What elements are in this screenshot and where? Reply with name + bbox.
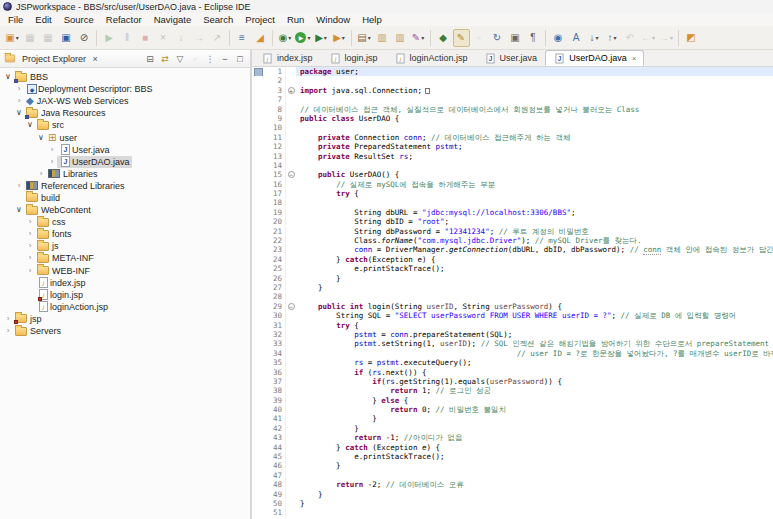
annotation-ruler[interactable] bbox=[252, 377, 264, 386]
annotation-ruler[interactable] bbox=[252, 405, 264, 414]
menu-file[interactable]: File bbox=[2, 13, 29, 26]
show-whitespace-button[interactable]: ¶ bbox=[525, 29, 542, 47]
code-text[interactable]: private Connection conn; // 데이터베이스 접근해주게… bbox=[296, 133, 773, 142]
tree-expander-icon[interactable]: › bbox=[47, 157, 57, 167]
tree-item-loginaction-jsp[interactable]: jloginAction.jsp bbox=[0, 301, 250, 313]
annotation-ruler[interactable] bbox=[252, 499, 264, 508]
annotation-ruler[interactable] bbox=[252, 490, 264, 499]
magic-wand-button[interactable]: ✎▾ bbox=[410, 29, 427, 47]
annotation-ruler[interactable] bbox=[252, 236, 264, 245]
annotation-ruler[interactable] bbox=[252, 433, 264, 442]
annotation-ruler[interactable] bbox=[252, 368, 264, 377]
annotation-ruler[interactable] bbox=[252, 424, 264, 433]
annotation-ruler[interactable] bbox=[252, 86, 264, 95]
open-element-button[interactable]: ≡ bbox=[234, 29, 251, 47]
annotation-ruler[interactable] bbox=[252, 358, 264, 367]
skip-all-breakpoints-button[interactable]: ⊘ bbox=[76, 29, 93, 47]
code-text[interactable]: public class UserDAO { bbox=[296, 114, 773, 123]
pin-editor-button[interactable]: ◩ bbox=[683, 29, 700, 47]
menu-help[interactable]: Help bbox=[356, 13, 388, 26]
code-text[interactable]: String dbURL = "jdbc:mysql://localhost:3… bbox=[296, 208, 773, 217]
tree-item-meta-inf[interactable]: ›META-INF bbox=[0, 252, 250, 264]
tree-item-libraries[interactable]: ›Libraries bbox=[0, 168, 250, 180]
code-text[interactable]: return 0; // 비밀번호 불일치 bbox=[296, 405, 773, 414]
annotation-ruler[interactable] bbox=[252, 198, 264, 207]
annotation-ruler[interactable] bbox=[252, 105, 264, 114]
tab-close-icon[interactable]: × bbox=[632, 54, 637, 63]
annotation-ruler[interactable] bbox=[252, 508, 264, 517]
profile-button[interactable]: ▶▾ bbox=[331, 29, 348, 47]
new-annotation-button[interactable]: ◆ bbox=[435, 29, 452, 47]
prev-annotation-button[interactable]: ↑▾ bbox=[604, 29, 621, 47]
code-text[interactable]: String SQL = "SELECT userPassword FROM U… bbox=[296, 311, 773, 320]
tree-item-user-java[interactable]: ›JUser.java bbox=[0, 144, 250, 156]
code-text[interactable]: return 1; // 로그인 성공 bbox=[296, 386, 773, 395]
menu-refactor[interactable]: Refactor bbox=[100, 13, 148, 26]
tab-index-jsp[interactable]: jindex.jsp bbox=[253, 50, 321, 66]
annotation-ruler[interactable] bbox=[252, 414, 264, 423]
minimize-view-button[interactable]: − bbox=[219, 54, 231, 64]
tree-item-jax-ws-web-services[interactable]: ›◆JAX-WS Web Services bbox=[0, 95, 250, 107]
tree-expander-icon[interactable]: › bbox=[25, 241, 35, 251]
tree-item-referenced-libraries[interactable]: ›Referenced Libraries bbox=[0, 180, 250, 192]
tree-item-css[interactable]: ›css bbox=[0, 216, 250, 228]
tree-item-webcontent[interactable]: ∨WebContent bbox=[0, 204, 250, 216]
link-with-editor-button[interactable]: ⇄ bbox=[159, 54, 171, 64]
new-wizard-button[interactable]: ▣▾ bbox=[4, 29, 21, 47]
tab-userdao-java[interactable]: JUserDAO.java× bbox=[545, 50, 644, 66]
annotation-ruler[interactable] bbox=[252, 396, 264, 405]
code-text[interactable]: public UserDAO() { bbox=[296, 170, 773, 179]
annotation-ruler[interactable] bbox=[252, 311, 264, 320]
debug-button[interactable]: ◉▾ bbox=[277, 29, 294, 47]
annotation-ruler[interactable] bbox=[252, 302, 264, 311]
tree-expander-icon[interactable]: ∨ bbox=[25, 120, 35, 130]
tree-item-bbs[interactable]: ∨BBS bbox=[0, 71, 250, 83]
annotation-ruler[interactable] bbox=[252, 142, 264, 151]
code-text[interactable]: } bbox=[296, 414, 773, 423]
annotation-ruler[interactable] bbox=[252, 471, 264, 480]
annotation-ruler[interactable] bbox=[252, 461, 264, 470]
tree-item-fonts[interactable]: ›fonts bbox=[0, 228, 250, 240]
tree-expander-icon[interactable]: › bbox=[3, 314, 13, 324]
tab-user-java[interactable]: JUser.java bbox=[476, 50, 546, 66]
tree-item-src[interactable]: ∨src bbox=[0, 119, 250, 131]
code-text[interactable]: public int login(String userID, String u… bbox=[296, 302, 773, 311]
code-text[interactable]: e.printStackTrace(); bbox=[296, 452, 773, 461]
annotation-ruler[interactable] bbox=[252, 255, 264, 264]
annotation-ruler[interactable] bbox=[252, 208, 264, 217]
annotation-ruler[interactable] bbox=[252, 95, 264, 104]
code-text[interactable]: // 데이터베이스 접근 객체, 실질적으로 데이터베이스에서 회원정보를 넣거… bbox=[296, 105, 773, 114]
code-text[interactable]: rs = pstmt.executeQuery(); bbox=[296, 358, 773, 367]
code-text[interactable] bbox=[296, 123, 773, 132]
code-text[interactable]: } bbox=[296, 274, 773, 283]
annotation-ruler[interactable] bbox=[252, 283, 264, 292]
annotation-ruler[interactable] bbox=[252, 161, 264, 170]
fold-collapse-icon[interactable]: − bbox=[288, 303, 295, 310]
code-text[interactable]: if (rs.next()) { bbox=[296, 368, 773, 377]
annotation-ruler[interactable] bbox=[252, 133, 264, 142]
maximize-view-button[interactable]: □ bbox=[234, 54, 246, 64]
run-button[interactable]: ▶▾ bbox=[295, 29, 312, 47]
code-text[interactable]: return -1; //아이디가 없음 bbox=[296, 433, 773, 442]
code-text[interactable]: pstmt.setString(1, userID); // SQL 인젝션 같… bbox=[296, 339, 773, 348]
annotation-ruler[interactable] bbox=[252, 264, 264, 273]
tree-item-servers[interactable]: ›Servers bbox=[0, 325, 250, 337]
annotation-ruler[interactable] bbox=[252, 189, 264, 198]
code-text[interactable] bbox=[296, 76, 773, 85]
tree-expander-icon[interactable]: › bbox=[25, 266, 35, 276]
new-web-wizard-button[interactable]: ▤▾ bbox=[356, 29, 373, 47]
code-text[interactable]: String dbID = "root"; bbox=[296, 217, 773, 226]
menu-window[interactable]: Window bbox=[310, 13, 356, 26]
code-text[interactable]: } catch (Exception e) { bbox=[296, 443, 773, 452]
annotation-ruler[interactable] bbox=[252, 123, 264, 132]
tree-expander-icon[interactable]: ∨ bbox=[14, 205, 24, 215]
annotation-ruler[interactable] bbox=[252, 349, 264, 358]
code-text[interactable]: Class.forName("com.mysql.jdbc.Driver"); … bbox=[296, 236, 773, 245]
code-text[interactable]: import java.sql.Connection; bbox=[296, 86, 773, 95]
tab-loginaction-jsp[interactable]: jloginAction.jsp bbox=[386, 50, 476, 66]
coverage-button[interactable]: ▶▾ bbox=[313, 29, 330, 47]
annotation-ruler[interactable] bbox=[252, 180, 264, 189]
tree-expander-icon[interactable]: ∨ bbox=[36, 133, 46, 143]
next-annotation-button[interactable]: ↓▾ bbox=[586, 29, 603, 47]
launch-tool-button[interactable]: ◢ bbox=[252, 29, 269, 47]
